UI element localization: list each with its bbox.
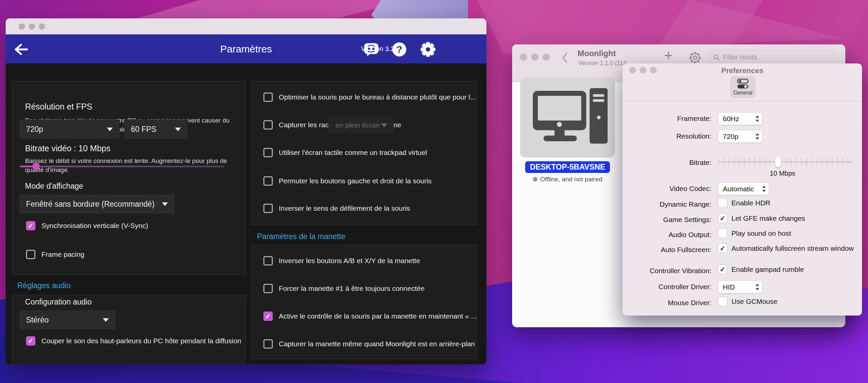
bitrate-description: Baissez le débit si votre connexion est …	[25, 156, 245, 174]
vsync-checkbox[interactable]	[26, 221, 35, 230]
game-settings-row[interactable]: Let GFE make changes	[718, 214, 805, 223]
resolution-dropdown[interactable]: 720p	[19, 120, 120, 139]
gamepad-row-2[interactable]: Active le contrôle de la souris par la m…	[264, 312, 477, 321]
help-icon: ?	[392, 42, 406, 56]
bitrate-heading: Bitrate vidéo : 10 Mbps	[25, 144, 111, 153]
settings-header: Paramètres Version 3.2.0 ?	[6, 34, 487, 63]
bitrate-slider-track[interactable]	[718, 161, 853, 163]
bitrate-slider-handle[interactable]	[775, 156, 781, 167]
back-button[interactable]	[561, 52, 568, 64]
bitrate-slider-handle[interactable]	[32, 163, 40, 170]
host-tile[interactable]: DESKTOP-5BAVSNE Offline, and not paired	[520, 78, 615, 183]
controller-vibration-row[interactable]: Enable gampad rumble	[718, 265, 804, 274]
stepper-icon	[762, 185, 766, 192]
gcmouse-checkbox[interactable]	[718, 297, 727, 306]
fps-dropdown[interactable]: 60 FPS	[124, 120, 188, 139]
input-row-2[interactable]: Utiliser l'écran tactile comme un trackp…	[264, 148, 427, 157]
mute-host-row[interactable]: Couper le son des haut-parleurs du PC hô…	[26, 336, 241, 346]
input-row-4[interactable]: Inverser le sens de défilement de la sou…	[264, 204, 410, 213]
resolution-label: Resolution:	[623, 132, 711, 140]
gamepad-row-1[interactable]: Forcer la manette #1 à être toujours con…	[264, 284, 425, 293]
video-codec-popup[interactable]: Automatic	[718, 183, 769, 195]
audio-config-label: Configuration audio	[25, 297, 91, 306]
preferences-window: Preferences General Framerate: 60Hz Reso…	[623, 63, 862, 316]
controller-driver-popup[interactable]: HID	[718, 281, 762, 293]
minimize-button[interactable]	[29, 23, 35, 30]
stepper-icon	[755, 284, 760, 291]
video-codec-label: Video Codec:	[623, 185, 711, 193]
bitrate-label: Bitrate:	[623, 158, 711, 167]
search-icon	[713, 54, 720, 61]
auto-fullscreen-row[interactable]: Automatically fullscreen stream window	[718, 244, 854, 253]
swap-mouse-buttons-checkbox[interactable]	[264, 176, 273, 186]
zoom-button[interactable]	[542, 53, 550, 61]
discord-icon	[364, 42, 379, 56]
tab-general[interactable]: General	[730, 76, 755, 98]
page-title: Paramètres	[6, 43, 487, 55]
game-settings-label: Game Settings:	[623, 216, 711, 224]
capture-shortcuts-checkbox[interactable]	[264, 120, 273, 129]
vsync-row[interactable]: Synchronisation verticale (V-Sync)	[26, 221, 148, 230]
discord-button[interactable]	[364, 42, 379, 57]
close-button[interactable]	[19, 23, 25, 30]
filter-hosts-input[interactable]	[722, 53, 834, 61]
vsync-label: Synchronisation verticale (V-Sync)	[41, 222, 148, 230]
desktop: Paramètres Version 3.2.0 ?	[0, 0, 868, 383]
window-version: Version 1.1.0 (114	[578, 60, 627, 67]
auto-fullscreen-label: Auto Fullscreen:	[623, 246, 711, 254]
frame-pacing-label: Frame pacing	[41, 251, 84, 259]
gamepad-mouse-mode-checkbox[interactable]	[264, 312, 273, 321]
gfe-checkbox[interactable]	[718, 214, 727, 223]
computer-icon[interactable]	[520, 78, 615, 157]
mute-host-label: Couper le son des haut-parleurs du PC hô…	[41, 337, 241, 345]
optimize-mouse-checkbox[interactable]	[264, 92, 273, 102]
host-name-label[interactable]: DESKTOP-5BAVSNE	[525, 161, 610, 173]
framerate-popup[interactable]: 60Hz	[718, 113, 762, 125]
controller-driver-label: Controller Driver:	[623, 283, 711, 291]
display-mode-dropdown[interactable]: Fenêtré sans bordure (Recommandé)	[19, 194, 175, 214]
resolution-heading: Résolution et FPS	[25, 102, 92, 112]
background-gamepad-checkbox[interactable]	[264, 339, 273, 349]
touchscreen-trackpad-checkbox[interactable]	[264, 148, 273, 157]
help-button[interactable]: ?	[392, 42, 407, 57]
close-button[interactable]	[520, 53, 527, 61]
capture-shortcuts-mode-dropdown: en plein écran	[329, 117, 394, 134]
tab-general-label: General	[734, 90, 752, 96]
filter-hosts-field[interactable]	[709, 50, 838, 65]
display-mode-label: Mode d'affichage	[25, 182, 83, 191]
audio-output-row[interactable]: Play sound on host	[718, 229, 791, 238]
window-title: Moonlight	[578, 49, 616, 58]
invert-scroll-checkbox[interactable]	[264, 204, 273, 213]
minimize-button[interactable]	[531, 53, 538, 61]
auto-fullscreen-checkbox[interactable]	[718, 244, 727, 253]
resolution-popup[interactable]: 720p	[718, 130, 762, 143]
section-title-gamepad: Paramètres de la manette	[257, 232, 345, 241]
bitrate-value-label: 10 Mbps	[759, 170, 806, 177]
settings-gear-button[interactable]	[420, 42, 436, 57]
enable-hdr-checkbox[interactable]	[718, 198, 727, 207]
add-host-button[interactable]: +	[664, 47, 673, 64]
swap-ab-xy-checkbox[interactable]	[264, 256, 273, 265]
gamepad-row-0[interactable]: Inverser les boutons A/B et X/Y de la ma…	[264, 256, 420, 265]
frame-pacing-row[interactable]: Frame pacing	[26, 250, 84, 259]
bitrate-slider-track[interactable]	[20, 166, 224, 167]
play-sound-host-checkbox[interactable]	[718, 229, 727, 238]
dynamic-range-label: Dynamic Range:	[623, 200, 711, 208]
mute-host-checkbox[interactable]	[26, 336, 35, 346]
gear-icon	[420, 42, 436, 57]
gamepad-row-3[interactable]: Capturer la manette même quand Moonlight…	[264, 339, 475, 349]
audio-config-dropdown[interactable]: Stéréo	[19, 310, 116, 330]
gamepad-rumble-checkbox[interactable]	[718, 265, 727, 274]
mouse-driver-row[interactable]: Use GCMouse	[718, 297, 778, 306]
stepper-icon	[755, 133, 760, 140]
dynamic-range-row[interactable]: Enable HDR	[718, 198, 771, 207]
section-title-audio: Réglages audio	[18, 281, 71, 290]
force-gamepad1-checkbox[interactable]	[264, 284, 273, 293]
input-row-3[interactable]: Permuter les boutons gauche et droit de …	[264, 176, 432, 186]
controller-vibration-label: Controller Vibration:	[623, 267, 711, 275]
zoom-button[interactable]	[39, 23, 45, 30]
input-row-0[interactable]: Optimiser la souris pour le bureau à dis…	[264, 92, 476, 102]
frame-pacing-checkbox[interactable]	[26, 250, 35, 259]
gear-icon	[688, 51, 702, 64]
toggle-switches-icon	[736, 79, 749, 89]
